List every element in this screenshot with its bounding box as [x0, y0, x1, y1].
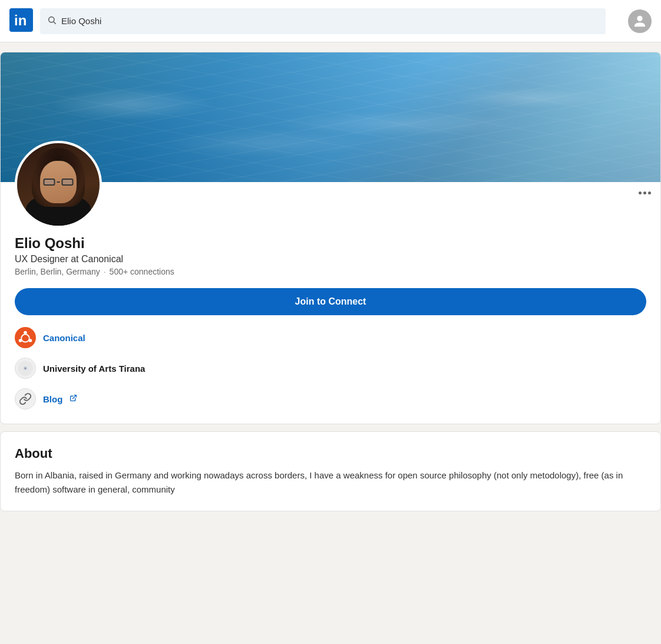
- body-silhouette: [26, 193, 91, 226]
- external-link-icon: [70, 394, 77, 404]
- connections-count: 500+ connections: [110, 267, 174, 276]
- profile-links: Canonical Uni: [15, 327, 646, 409]
- profile-card: Elio Qoshi UX Designer at Canonical Berl…: [0, 52, 661, 424]
- profile-body: Elio Qoshi UX Designer at Canonical Berl…: [1, 182, 660, 424]
- svg-point-2: [49, 16, 54, 22]
- join-connect-button[interactable]: Join to Connect: [15, 288, 646, 315]
- search-input[interactable]: [61, 16, 599, 26]
- more-options-button[interactable]: [639, 191, 651, 194]
- blog-icon: [15, 388, 36, 409]
- glasses-decoration: [44, 179, 74, 186]
- dot: [648, 191, 651, 194]
- blog-label: Blog: [43, 394, 62, 404]
- profile-location: Berlin, Berlin, Germany: [15, 267, 100, 276]
- profile-title: UX Designer at Canonical: [15, 254, 646, 265]
- linkedin-logo[interactable]: in: [9, 8, 33, 34]
- profile-meta: Berlin, Berlin, Germany · 500+ connectio…: [15, 267, 646, 276]
- svg-text:in: in: [14, 12, 27, 28]
- main-content: Elio Qoshi UX Designer at Canonical Berl…: [0, 42, 661, 521]
- meta-separator: ·: [104, 267, 106, 276]
- cover-photo: [1, 52, 660, 182]
- profile-info: Elio Qoshi UX Designer at Canonical Berl…: [15, 182, 646, 409]
- about-text: Born in Albania, raised in Germany and w…: [15, 468, 646, 497]
- svg-point-12: [25, 368, 27, 369]
- svg-point-4: [637, 15, 642, 21]
- canonical-label: Canonical: [43, 333, 85, 343]
- about-title: About: [15, 446, 646, 461]
- profile-name: Elio Qoshi: [15, 235, 646, 252]
- canonical-icon: [15, 327, 36, 348]
- blog-link[interactable]: Blog: [15, 388, 646, 409]
- dot: [643, 191, 646, 194]
- university-icon: [15, 358, 36, 379]
- university-label: University of Arts Tirana: [43, 364, 145, 374]
- search-icon: [47, 15, 57, 27]
- avatar: [15, 141, 102, 228]
- dot: [639, 191, 642, 194]
- svg-line-3: [54, 22, 56, 24]
- university-link[interactable]: University of Arts Tirana: [15, 358, 646, 379]
- svg-point-6: [24, 331, 27, 335]
- search-bar: [40, 8, 606, 34]
- nav-avatar[interactable]: [628, 9, 652, 33]
- navbar: in: [0, 0, 661, 42]
- about-section: About Born in Albania, raised in Germany…: [0, 431, 661, 511]
- svg-line-13: [73, 395, 77, 399]
- canonical-link[interactable]: Canonical: [15, 327, 646, 348]
